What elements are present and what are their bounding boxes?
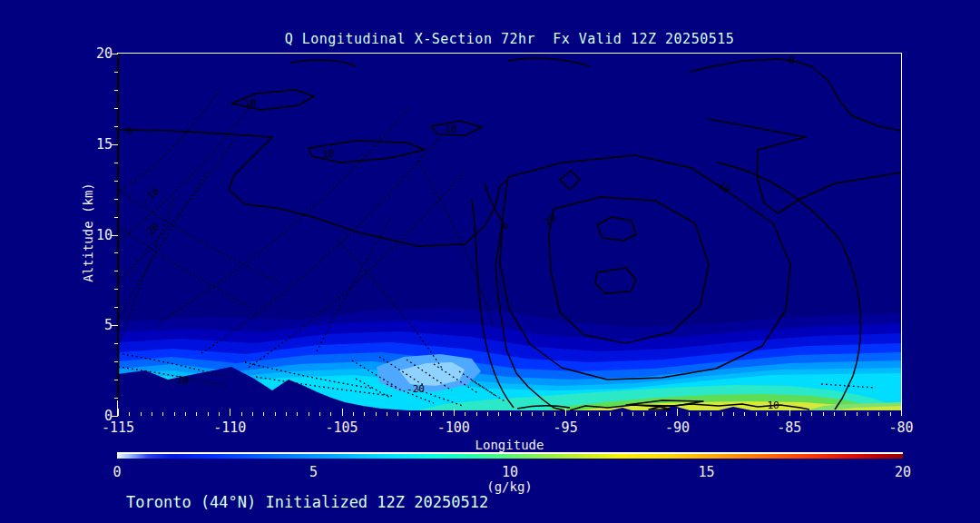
x-minor-tick [778,412,779,416]
contour-dotted [118,140,234,282]
contour-solid [690,59,901,131]
x-minor-tick [162,412,163,416]
y-minor-tick [114,181,118,182]
x-minor-tick [252,412,253,416]
colorbar-tick-label: 0 [94,464,140,480]
x-minor-tick [208,412,209,416]
contour-label: 10 [767,400,779,411]
x-minor-tick [263,412,264,416]
chart-title: Q Longitudinal X-Section 72hr Fx Valid 1… [118,31,901,47]
x-tick-label: -90 [645,419,709,436]
x-minor-tick [878,412,879,416]
contour-label: 0 [789,54,797,67]
contour-solid [708,119,901,213]
x-tick-label: -95 [534,419,597,436]
x-major-tick [677,409,678,416]
x-minor-tick [297,412,298,416]
x-minor-tick [857,412,858,416]
x-major-tick [901,409,902,416]
colorbar [117,452,903,461]
contour-dotted [118,172,207,319]
y-minor-tick [114,90,118,91]
colorbar-tick-label: 20 [880,464,926,480]
x-minor-tick [353,412,354,416]
contour-label: -10 [170,373,189,388]
colorbar-tick-label: 10 [487,464,533,480]
y-minor-tick [114,343,118,344]
colorbar-tick-label: 5 [291,464,337,480]
x-minor-tick [610,412,611,416]
contour-label: 10 [445,123,456,135]
contour-solid [290,60,356,66]
x-minor-tick [387,412,387,416]
y-tick-label: 5 [76,317,113,333]
x-minor-tick [465,412,466,416]
x-minor-tick [141,412,142,416]
y-minor-tick [114,361,118,362]
x-minor-tick [655,412,656,416]
contour-label: 10 [322,147,336,160]
x-minor-tick [241,412,242,416]
x-minor-tick [364,412,365,416]
x-tick-label: -105 [310,419,374,436]
contour-solid [597,217,636,241]
x-minor-tick [543,412,544,416]
x-minor-tick [554,412,555,416]
x-tick-label: -85 [758,419,821,436]
x-minor-tick [532,412,533,416]
x-minor-tick [666,412,667,416]
x-minor-tick [689,412,690,416]
y-major-tick [112,144,118,145]
x-minor-tick [733,412,734,416]
y-minor-tick [114,108,118,109]
y-minor-tick [114,289,118,290]
contour-solid [560,171,580,190]
y-major-tick [112,325,118,326]
x-tick-label: -115 [86,419,150,436]
y-major-tick [112,54,118,54]
x-minor-tick [420,412,421,416]
x-minor-tick [800,412,801,416]
x-major-tick [118,409,119,416]
y-tick-label: 20 [76,45,113,62]
x-major-tick [230,409,230,416]
x-minor-tick [219,412,220,416]
colorbar-gradient [117,454,903,459]
x-minor-tick [431,412,432,416]
y-minor-tick [114,199,118,200]
initialization-caption: Toronto (44°N) Initialized 12Z 20250512 [126,493,488,511]
x-minor-tick [476,412,477,416]
x-minor-tick [185,412,186,416]
x-minor-tick [632,412,633,416]
contour-dotted [417,161,493,326]
x-major-tick [565,409,566,416]
y-major-tick [112,416,118,417]
y-minor-tick [114,271,118,271]
x-minor-tick [643,412,644,416]
y-minor-tick [114,126,118,127]
y-minor-tick [114,307,118,308]
x-minor-tick [275,412,276,416]
contour-label: -20 [407,383,425,395]
x-minor-tick [845,412,846,416]
contour-solid [508,58,590,66]
contour-dotted [118,226,252,308]
x-tick-label: -110 [198,419,261,436]
x-minor-tick [443,412,444,416]
x-axis-label: Longitude [118,438,901,452]
y-minor-tick [114,217,118,218]
contour-label: 0 [498,221,512,231]
x-major-tick [342,409,343,416]
x-minor-tick [330,412,331,416]
contour-plot-canvas: 1010101020000-10-20-10-2010 [118,54,901,416]
colorbar-tick-label: 15 [684,464,730,480]
x-minor-tick [129,412,130,416]
x-minor-tick [744,412,745,416]
y-minor-tick [114,380,118,380]
x-minor-tick [811,412,812,416]
x-minor-tick [867,412,868,416]
contour-label: 0 [125,124,134,137]
x-minor-tick [487,412,488,416]
x-minor-tick [409,412,410,416]
y-minor-tick [114,72,118,73]
